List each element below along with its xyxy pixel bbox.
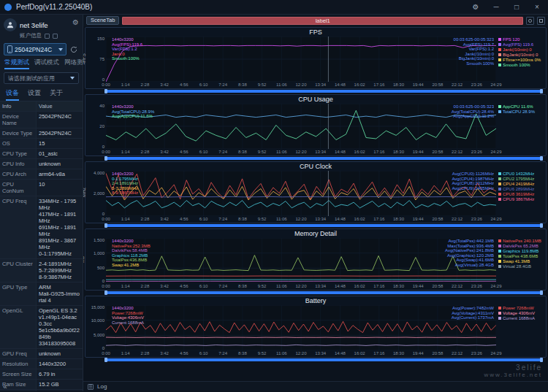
chart-legend: Power 7268mWVoltage 4306mVCurrent 1688mA xyxy=(496,305,543,350)
device-info-row: Device Name25042PN24C xyxy=(0,112,83,128)
legend-item[interactable]: Virtual 28.4GB xyxy=(498,264,543,269)
legend-item[interactable]: CPU9 3867MHz xyxy=(498,197,543,202)
legend-item[interactable]: FPS 120 xyxy=(498,37,543,42)
legend-item[interactable]: Smooth 100% xyxy=(498,63,543,68)
main-layout: net 3elife ⚙ 账户信息 25042PN24C xyxy=(0,15,548,391)
legend-item[interactable]: CPU0 1432MHz xyxy=(498,172,543,177)
chart-plot[interactable]: 1440x3200Power:7268mWVoltage:4306mVCurre… xyxy=(106,305,496,350)
tab-device[interactable]: 设备 xyxy=(6,87,19,101)
info-label: OpenGL xyxy=(0,306,37,348)
x-tick: 4:56 xyxy=(180,351,189,356)
mode-tab-debug[interactable]: 调试模式 xyxy=(34,58,59,69)
range-slider[interactable] xyxy=(105,157,542,160)
legend-item[interactable]: BigJank(/10min) 0 xyxy=(498,53,543,58)
info-label: Screen Size xyxy=(0,369,37,379)
x-tick: 1:14 xyxy=(121,284,130,288)
x-tick: 6:10 xyxy=(199,284,208,288)
y-axis: MB05001,0001,500 xyxy=(85,238,106,283)
legend-item[interactable]: NativePss 240.1MB xyxy=(498,239,543,244)
close-icon[interactable]: × xyxy=(529,0,545,14)
chart-title: Memory Detail xyxy=(85,229,546,238)
legend-item[interactable]: AppCPU 11.6% xyxy=(498,104,543,109)
range-slider-fill[interactable] xyxy=(105,157,542,160)
legend-item[interactable]: FTime>=100ms 0% xyxy=(498,58,543,63)
chevron-down-icon xyxy=(70,77,75,80)
x-tick: 3:42 xyxy=(160,82,169,87)
device-info-row: InfoValue xyxy=(0,101,83,112)
scene-tab-button[interactable]: SceneTab xyxy=(86,16,119,25)
y-axis: %02040 xyxy=(85,104,106,149)
mode-tab-normal-test[interactable]: 常规测试 xyxy=(4,58,29,69)
legend-item[interactable]: Current 1688mA xyxy=(498,316,543,321)
x-tick: 24:29 xyxy=(490,351,501,356)
y-tick: 0 xyxy=(102,279,104,283)
y-axis: 05,00010,00015,000 xyxy=(85,305,106,350)
legend-item[interactable]: Jank(/10min) 0 xyxy=(498,47,543,53)
device-info-row: CPU Cluster2-4:1891MHz 5-7:2899MHz 8-9:3… xyxy=(0,259,83,283)
x-tick: 23:26 xyxy=(471,82,482,87)
x-tick: 19:44 xyxy=(413,351,424,356)
share-icon[interactable] xyxy=(53,34,58,39)
avatar[interactable] xyxy=(4,18,17,31)
legend-item[interactable]: Voltage 4306mV xyxy=(498,311,543,316)
sidebar: net 3elife ⚙ 账户信息 25042PN24C xyxy=(0,15,83,391)
account-gear-icon[interactable]: ⚙ xyxy=(72,18,79,26)
watermark-logo: 3elife xyxy=(484,364,542,372)
x-tick: 3:42 xyxy=(160,284,169,288)
tab-about[interactable]: 关于 xyxy=(50,87,63,101)
chevron-down-icon xyxy=(58,48,63,51)
x-tick: 12:20 xyxy=(295,150,306,154)
legend-item[interactable]: DalvikPss 65.2MB xyxy=(498,244,543,249)
x-tick: 1:14 xyxy=(121,351,130,356)
legend-item[interactable]: CPU6 2899MHz xyxy=(498,187,543,192)
range-slider[interactable] xyxy=(105,224,542,227)
refresh-devices-button[interactable] xyxy=(69,44,79,55)
range-slider[interactable] xyxy=(105,90,542,93)
device-select-button[interactable]: 25042PN24C xyxy=(4,43,66,55)
x-tick: 17:16 xyxy=(373,284,384,288)
screenshot-icon[interactable] xyxy=(526,17,534,25)
chart-plot[interactable]: 1440x3200NativePss:252.3MBDalvikPss:58.4… xyxy=(106,238,496,283)
x-tick: 19:44 xyxy=(413,82,424,87)
device-info-row: Screen Size6.79 in xyxy=(0,369,83,380)
account-info-row[interactable]: 账户信息 xyxy=(0,31,83,42)
message-icon[interactable] xyxy=(45,34,50,39)
tab-settings[interactable]: 设置 xyxy=(28,87,41,101)
x-tick: 16:02 xyxy=(354,284,365,288)
legend-item[interactable]: Power 7268mW xyxy=(498,306,543,311)
y-tick: 40 xyxy=(99,104,104,108)
legend-item[interactable]: Avg(FPS) 119.6 xyxy=(498,42,543,47)
x-tick: 17:16 xyxy=(373,351,384,356)
info-value: 1440x3200 xyxy=(37,359,83,369)
legend-item[interactable]: TotalPss 438.6MB xyxy=(498,254,543,259)
maximize-icon[interactable]: □ xyxy=(509,0,525,14)
legend-item[interactable]: Swap 41.3MB xyxy=(498,259,543,264)
legend-item[interactable]: CPU4 2419MHz xyxy=(498,182,543,187)
legend-item[interactable]: CPU2 1795MHz xyxy=(498,177,543,182)
range-slider[interactable] xyxy=(105,358,542,361)
x-tick: 9:52 xyxy=(258,284,267,288)
y-tick: 2,000 xyxy=(94,191,104,196)
info-value: 334MHz - 1795MHz 417MHz - 1891MHz 691MHz… xyxy=(37,196,83,258)
chart-plot[interactable]: 1440x32000-1:1795MHz2-4:1891MHz5-7:2899M… xyxy=(106,171,496,216)
range-slider-fill[interactable] xyxy=(105,224,542,227)
expand-icon[interactable] xyxy=(537,17,545,25)
range-slider-fill[interactable] xyxy=(105,90,542,93)
info-value: 10 xyxy=(37,180,83,196)
chart-plot[interactable]: 1440x3200Avg(FPS):119.6Var(FPS):1.2Jank:… xyxy=(106,36,496,82)
x-tick: 9:52 xyxy=(258,82,267,87)
range-slider-fill[interactable] xyxy=(105,291,542,294)
legend-item[interactable]: CPU8 3619MHz xyxy=(498,192,543,197)
x-tick: 8:38 xyxy=(238,351,247,356)
log-tab[interactable]: Log xyxy=(97,383,107,390)
range-slider[interactable] xyxy=(105,291,542,294)
legend-item[interactable]: TotalCPU 28.9% xyxy=(498,109,543,115)
chart-plot[interactable]: 1440x3200Avg(TotalCPU):28.9%Avg(AppCPU):… xyxy=(106,104,496,149)
app-select-dropdown[interactable]: 请选择测试的应用 xyxy=(4,72,79,84)
range-slider-fill[interactable] xyxy=(105,358,542,361)
settings-icon[interactable]: ⚙ xyxy=(468,0,484,14)
collapse-sidebar-button[interactable]: « xyxy=(3,383,7,391)
legend-item[interactable]: Graphics 119.8MB xyxy=(498,249,543,254)
minimize-icon[interactable]: ─ xyxy=(488,0,504,14)
device-info-row: CPU Type01_aslc xyxy=(0,149,83,159)
